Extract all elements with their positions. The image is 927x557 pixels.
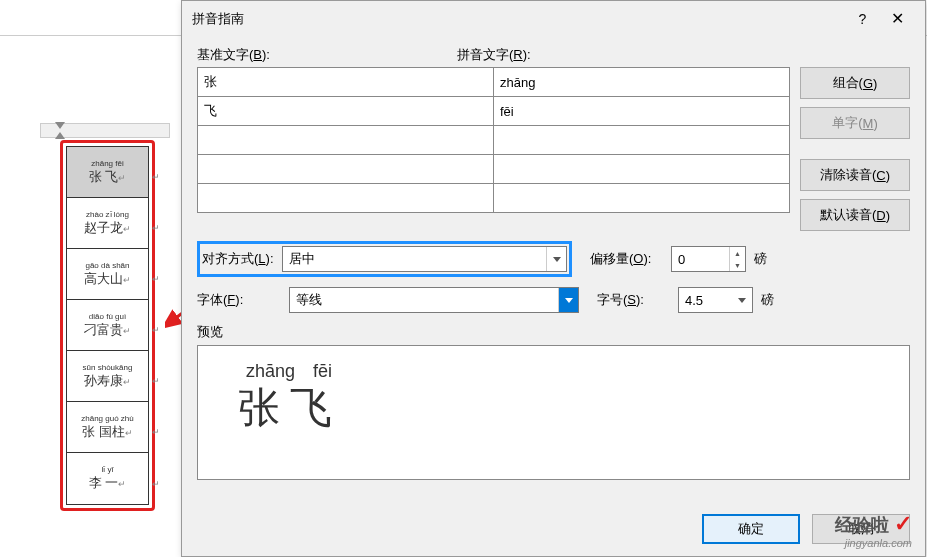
return-icon: ↵ xyxy=(152,376,160,386)
cell-pinyin: zhāng fēi xyxy=(91,159,123,168)
font-value: 等线 xyxy=(296,291,322,309)
alignment-combo[interactable]: 居中 xyxy=(282,246,567,272)
single-button[interactable]: 单字(M) xyxy=(800,107,910,139)
table-row xyxy=(198,155,790,184)
size-value: 4.5 xyxy=(685,293,703,308)
size-combo[interactable]: 4.5 xyxy=(678,287,753,313)
watermark: 经验啦 ✓ jingyanla.com xyxy=(835,511,912,549)
table-row: 张zhāng xyxy=(198,68,790,97)
preview-area: zhāngfēi 张飞 xyxy=(197,345,910,480)
pinyin-input-table: 张zhāng飞fēi xyxy=(197,67,790,213)
help-button[interactable]: ? xyxy=(845,11,880,27)
font-combo[interactable]: 等线 xyxy=(289,287,579,313)
dialog-titlebar[interactable]: 拼音指南 ? ✕ xyxy=(182,1,925,36)
chevron-down-icon[interactable] xyxy=(546,247,566,271)
cell-char: 张 国柱↵ xyxy=(82,423,133,441)
table-cell[interactable]: sūn shòukāng孙寿康↵↵ xyxy=(67,351,148,402)
size-label: 字号(S): xyxy=(597,291,672,309)
return-icon: ↵ xyxy=(152,427,160,437)
cell-pinyin: sūn shòukāng xyxy=(83,363,133,372)
table-row xyxy=(198,184,790,213)
base-text-cell[interactable]: 飞 xyxy=(198,97,494,126)
table-cell[interactable]: zhāng fēi张 飞↵↵ xyxy=(67,147,148,198)
table-cell[interactable]: zhào zǐ lóng赵子龙↵↵ xyxy=(67,198,148,249)
return-icon: ↵ xyxy=(152,479,160,489)
table-cell[interactable]: lǐ yī李 一↵↵ xyxy=(67,453,148,504)
return-icon: ↵ xyxy=(152,274,160,284)
table-cell[interactable]: zhāng guó zhù张 国柱↵↵ xyxy=(67,402,148,453)
return-icon: ↵ xyxy=(152,223,160,233)
cell-char: 刁富贵↵ xyxy=(84,321,131,339)
cell-char: 赵子龙↵ xyxy=(84,219,131,237)
base-text-cell[interactable] xyxy=(198,155,494,184)
ruby-text-cell[interactable] xyxy=(494,126,790,155)
spinner-up-icon[interactable]: ▲ xyxy=(730,247,745,259)
document-table-highlight: zhāng fēi张 飞↵↵zhào zǐ lóng赵子龙↵↵gāo dà sh… xyxy=(60,140,155,511)
pinyin-guide-dialog: 拼音指南 ? ✕ 基准文字(B): 拼音文字(R): 张zhāng飞fēi 组合… xyxy=(181,0,926,557)
preview-characters: 张飞 xyxy=(238,380,869,436)
offset-value: 0 xyxy=(678,252,685,267)
table-row: 飞fēi xyxy=(198,97,790,126)
cell-char: 高大山↵ xyxy=(84,270,131,288)
ruby-text-label: 拼音文字(R): xyxy=(457,46,531,64)
close-button[interactable]: ✕ xyxy=(880,9,915,28)
font-label: 字体(F): xyxy=(197,291,283,309)
chevron-down-icon[interactable] xyxy=(732,288,752,312)
base-text-cell[interactable] xyxy=(198,126,494,155)
ruler-indent-top[interactable] xyxy=(55,122,65,129)
clear-reading-button[interactable]: 清除读音(C) xyxy=(800,159,910,191)
cell-pinyin: gāo dà shān xyxy=(85,261,129,270)
size-unit: 磅 xyxy=(761,291,774,309)
cell-pinyin: lǐ yī xyxy=(101,465,113,474)
preview-pinyin: zhāngfēi xyxy=(246,361,869,382)
cell-pinyin: zhào zǐ lóng xyxy=(86,210,129,219)
preview-label: 预览 xyxy=(197,323,910,341)
cell-pinyin: zhāng guó zhù xyxy=(81,414,134,423)
table-row xyxy=(198,126,790,155)
spinner-down-icon[interactable]: ▼ xyxy=(730,259,745,271)
dialog-body: 基准文字(B): 拼音文字(R): 张zhāng飞fēi 组合(G) 单字(M)… xyxy=(182,36,925,490)
cell-char: 孙寿康↵ xyxy=(84,372,131,390)
chevron-down-icon[interactable] xyxy=(558,288,578,312)
ruby-text-cell[interactable]: fēi xyxy=(494,97,790,126)
cell-char: 张 飞↵ xyxy=(89,168,127,186)
alignment-label: 对齐方式(L): xyxy=(202,250,282,268)
table-cell[interactable]: gāo dà shān高大山↵↵ xyxy=(67,249,148,300)
ruby-text-cell[interactable] xyxy=(494,184,790,213)
default-reading-button[interactable]: 默认读音(D) xyxy=(800,199,910,231)
base-text-cell[interactable]: 张 xyxy=(198,68,494,97)
offset-label: 偏移量(O): xyxy=(590,250,665,268)
return-icon: ↵ xyxy=(152,172,160,182)
ruby-text-cell[interactable] xyxy=(494,155,790,184)
alignment-value: 居中 xyxy=(289,250,315,268)
cell-char: 李 一↵ xyxy=(89,474,127,492)
ok-button[interactable]: 确定 xyxy=(702,514,800,544)
return-icon: ↵ xyxy=(152,325,160,335)
offset-unit: 磅 xyxy=(754,250,767,268)
offset-spinner[interactable]: 0 ▲▼ xyxy=(671,246,746,272)
base-text-cell[interactable] xyxy=(198,184,494,213)
document-table[interactable]: zhāng fēi张 飞↵↵zhào zǐ lóng赵子龙↵↵gāo dà sh… xyxy=(66,146,149,505)
table-cell[interactable]: diāo fù guì刁富贵↵↵ xyxy=(67,300,148,351)
combine-button[interactable]: 组合(G) xyxy=(800,67,910,99)
ruby-text-cell[interactable]: zhāng xyxy=(494,68,790,97)
base-text-label: 基准文字(B): xyxy=(197,46,457,64)
ruler-indent-bottom[interactable] xyxy=(55,132,65,139)
dialog-title-text: 拼音指南 xyxy=(192,10,845,28)
alignment-highlight: 对齐方式(L): 居中 xyxy=(197,241,572,277)
cell-pinyin: diāo fù guì xyxy=(89,312,126,321)
ruler-horizontal[interactable] xyxy=(40,123,170,138)
